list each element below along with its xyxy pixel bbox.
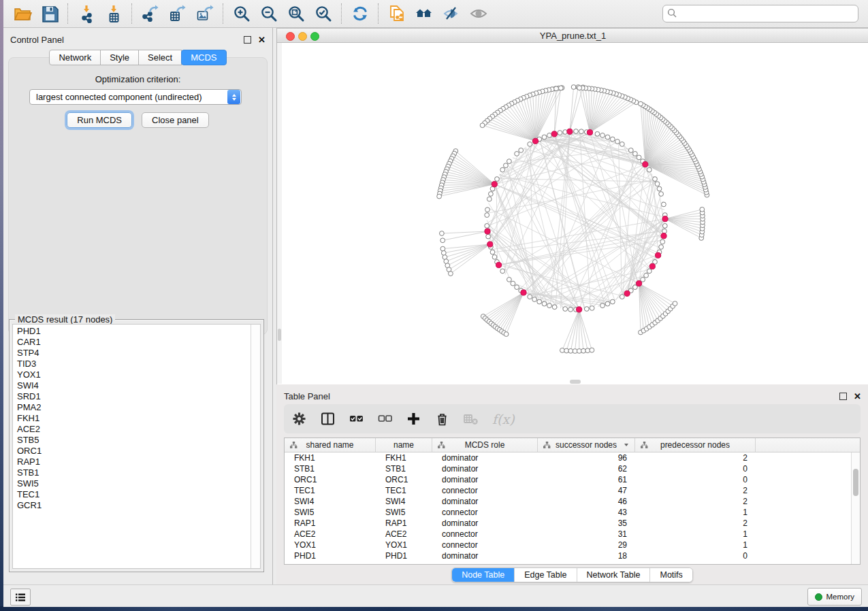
table-row[interactable]: TEC1TEC1connector472 [285,485,860,496]
open-session-icon[interactable] [9,2,36,25]
table-row[interactable]: PHD1PHD1dominator180 [285,550,860,561]
export-image-icon[interactable] [191,2,219,25]
table-row[interactable]: STB1STB1dominator620 [285,463,860,474]
cell: ACE2 [376,529,432,539]
network-vscroll-thumb[interactable] [278,329,281,341]
mcds-result-item[interactable]: TID3 [17,359,260,369]
tab-style[interactable]: Style [100,50,139,65]
mcds-result-list[interactable]: PHD1CAR1STP4TID3YOX1SWI4SRD1PMA2FKH1ACE2… [12,324,261,569]
mcds-result-item[interactable]: RAP1 [17,457,260,467]
clone-network-icon[interactable] [383,2,411,25]
close-table-panel-icon[interactable]: ✕ [854,393,861,399]
mcds-list-scrollbar[interactable] [251,325,260,568]
toolbar-separator [223,3,224,24]
table-row[interactable]: ORC1ORC1dominator610 [285,474,860,485]
zoom-fit-icon[interactable] [283,2,310,25]
sort-desc-icon [624,444,628,446]
deselect-all-icon[interactable] [378,412,392,426]
mcds-result-item[interactable]: STB1 [17,467,260,478]
tab-select[interactable]: Select [138,50,182,65]
control-panel: Control Panel ✕ NetworkStyleSelectMCDS O… [3,28,273,584]
mcds-result-item[interactable]: PMA2 [17,402,260,413]
export-network-icon[interactable] [137,2,164,25]
table-row[interactable]: SWI4SWI4dominator462 [285,496,860,507]
mcds-result-item[interactable]: FKH1 [17,413,260,424]
cell: 35 [538,518,635,528]
table-row[interactable]: RAP1RAP1dominator352 [285,518,860,529]
table-scrollbar[interactable] [851,452,860,564]
mcds-result-item[interactable]: ORC1 [17,446,260,457]
export-table-icon[interactable] [164,2,191,25]
memory-status-icon [815,593,822,601]
memory-label: Memory [826,593,854,601]
tab-node-table[interactable]: Node Table [452,568,514,582]
mcds-result-item[interactable]: TEC1 [17,489,260,500]
select-all-icon[interactable] [349,412,364,426]
cell: dominator [432,464,538,474]
mcds-result-item[interactable]: YOX1 [17,369,260,380]
hide-selected-icon[interactable] [438,2,465,25]
mcds-result-item[interactable]: STP4 [17,348,260,359]
tab-edge-table[interactable]: Edge Table [514,568,576,582]
float-panel-icon[interactable] [244,36,251,44]
column-header-shared-name[interactable]: shared name [285,438,376,452]
settings-icon[interactable] [292,412,306,426]
criterion-select[interactable]: largest connected component (undirected) [29,89,242,105]
column-header-successor-nodes[interactable]: successor nodes [538,438,635,452]
network-canvas[interactable] [277,43,868,384]
search-field [662,5,858,22]
mcds-result-item[interactable]: ACE2 [17,424,260,435]
delete-row-icon[interactable] [435,412,449,426]
cell: SWI5 [376,508,432,517]
save-session-icon[interactable] [36,2,63,25]
cell: 61 [538,475,635,484]
close-panel-icon[interactable]: ✕ [258,37,266,43]
import-network-icon[interactable] [73,2,100,25]
refresh-layout-icon[interactable] [347,2,374,25]
mcds-result-item[interactable]: STB5 [17,435,260,446]
column-header-name[interactable]: name [376,438,432,452]
zoom-out-icon[interactable] [255,2,283,25]
close-panel-button[interactable]: Close panel [142,112,209,128]
zoom-in-icon[interactable] [228,2,255,25]
network-vertical-scrollbar[interactable] [277,43,282,384]
mcds-result-item[interactable]: SRD1 [17,391,260,402]
mcds-result-item[interactable]: GCR1 [17,500,260,511]
table-row[interactable]: SWI5SWI5connector431 [285,507,860,518]
control-panel-tabs: NetworkStyleSelectMCDS [3,50,272,65]
table-row[interactable]: YOX1YOX1connector291 [285,540,860,550]
mcds-result-item[interactable]: PHD1 [17,326,260,337]
node-table: shared namenameMCDS rolesuccessor nodesp… [284,437,861,565]
cell: ORC1 [285,475,376,484]
tab-network-table[interactable]: Network Table [577,568,650,582]
mcds-result-item[interactable]: SWI5 [17,478,260,489]
column-header-predecessor-nodes[interactable]: predecessor nodes [635,438,756,452]
network-window-title: YPA_prune.txt_1 [277,31,868,41]
table-scroll-thumb[interactable] [853,469,858,496]
cell: 0 [635,475,756,484]
cell: 18 [538,551,635,561]
zoom-selected-icon[interactable] [310,2,337,25]
mcds-result-item[interactable]: CAR1 [17,337,260,348]
mcds-result-item[interactable]: SWI4 [17,380,260,391]
table-row[interactable]: FKH1FKH1dominator962 [285,452,860,463]
add-row-icon[interactable] [406,412,421,426]
cell: dominator [432,518,538,528]
tab-network[interactable]: Network [49,50,101,65]
float-table-panel-icon[interactable] [839,393,847,400]
search-input[interactable] [662,5,858,22]
show-columns-icon[interactable] [321,412,335,426]
first-neighbors-icon[interactable] [411,2,438,25]
table-row[interactable]: ACE2ACE2connector311 [285,529,860,540]
column-header-MCDS-role[interactable]: MCDS role [432,438,538,452]
cell: 2 [635,486,756,495]
import-table-icon[interactable] [100,2,127,25]
task-history-button[interactable] [10,589,31,606]
tab-motifs[interactable]: Motifs [649,568,692,582]
network-hscroll-thumb[interactable] [570,380,581,384]
tab-mcds[interactable]: MCDS [181,50,226,65]
node-table-header: shared namenameMCDS rolesuccessor nodesp… [285,438,860,452]
table-panel-title: Table Panel [284,391,330,401]
run-mcds-button[interactable]: Run MCDS [67,112,132,128]
memory-button[interactable]: Memory [807,588,862,606]
